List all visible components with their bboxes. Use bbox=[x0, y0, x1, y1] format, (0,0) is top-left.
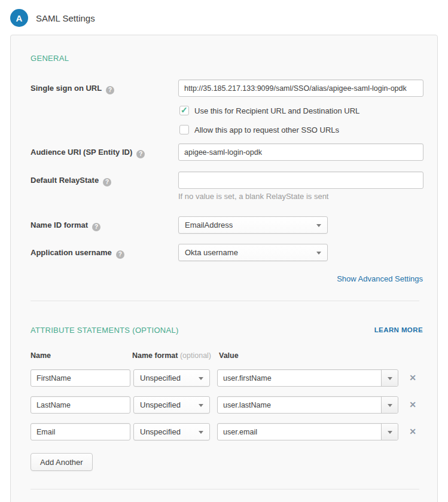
attr-value-combo bbox=[217, 369, 398, 387]
page-title: SAML Settings bbox=[36, 13, 95, 23]
add-another-button[interactable]: Add Another bbox=[31, 453, 93, 471]
bottom-divider bbox=[31, 489, 419, 489]
help-icon[interactable]: ? bbox=[106, 86, 114, 94]
saml-settings-panel: GENERAL Single sign on URL? Use this for… bbox=[10, 35, 438, 502]
relay-state-hint: If no value is set, a blank RelayState i… bbox=[178, 192, 328, 201]
learn-more-link[interactable]: LEARN MORE bbox=[374, 326, 423, 333]
caret-down-icon bbox=[199, 377, 203, 380]
relay-state-input[interactable] bbox=[178, 172, 423, 189]
remove-row-button[interactable]: ✕ bbox=[407, 372, 418, 383]
caret-down-icon bbox=[388, 404, 392, 407]
attr-value-combo bbox=[217, 396, 398, 414]
attr-value-input[interactable] bbox=[218, 397, 381, 413]
column-header-value: Value bbox=[219, 351, 239, 360]
attr-name-input[interactable] bbox=[31, 423, 130, 440]
attr-name-input[interactable] bbox=[31, 396, 130, 414]
combo-caret-button[interactable] bbox=[381, 424, 398, 440]
show-advanced-settings-link[interactable]: Show Advanced Settings bbox=[337, 274, 423, 283]
combo-caret-button[interactable] bbox=[381, 370, 398, 386]
remove-row-button[interactable]: ✕ bbox=[407, 399, 418, 410]
help-icon[interactable]: ? bbox=[92, 223, 100, 231]
help-icon[interactable]: ? bbox=[136, 150, 145, 158]
relay-state-label: Default RelayState? bbox=[31, 176, 111, 186]
recipient-url-checkbox-row[interactable]: Use this for Recipient URL and Destinati… bbox=[179, 106, 359, 115]
caret-down-icon bbox=[388, 431, 392, 434]
column-header-optional: (optional) bbox=[180, 351, 211, 360]
app-username-select[interactable]: Okta username bbox=[178, 244, 328, 261]
caret-down-icon bbox=[316, 252, 321, 255]
general-section-title: GENERAL bbox=[31, 54, 69, 63]
attr-format-select[interactable]: Unspecified bbox=[133, 369, 210, 387]
remove-row-button[interactable]: ✕ bbox=[407, 426, 418, 437]
checkbox-unchecked-icon[interactable] bbox=[179, 125, 189, 134]
help-icon[interactable]: ? bbox=[103, 178, 111, 186]
combo-caret-button[interactable] bbox=[381, 397, 398, 413]
attribute-statements-section-title: ATTRIBUTE STATEMENTS (OPTIONAL) bbox=[31, 326, 179, 335]
caret-down-icon bbox=[388, 377, 392, 380]
app-username-label: Application username? bbox=[31, 248, 124, 259]
caret-down-icon bbox=[199, 404, 203, 407]
column-header-name: Name bbox=[31, 351, 51, 360]
attr-format-select[interactable]: Unspecified bbox=[133, 396, 210, 414]
caret-down-icon bbox=[316, 224, 321, 227]
sso-url-input[interactable] bbox=[178, 79, 423, 97]
name-id-format-select[interactable]: EmailAddress bbox=[178, 216, 328, 234]
audience-uri-input[interactable] bbox=[178, 143, 423, 161]
attr-value-input[interactable] bbox=[218, 370, 381, 386]
attr-name-input[interactable] bbox=[31, 369, 130, 387]
caret-down-icon bbox=[199, 431, 203, 434]
sso-url-label: Single sign on URL? bbox=[31, 84, 114, 94]
other-sso-checkbox-row[interactable]: Allow this app to request other SSO URLs bbox=[179, 125, 339, 134]
name-id-format-label: Name ID format? bbox=[31, 221, 100, 231]
audience-uri-label: Audience URI (SP Entity ID)? bbox=[31, 148, 145, 158]
help-icon[interactable]: ? bbox=[116, 250, 124, 259]
other-sso-checkbox-label: Allow this app to request other SSO URLs bbox=[194, 126, 339, 134]
step-badge: A bbox=[10, 9, 28, 27]
attr-value-combo bbox=[217, 423, 398, 440]
checkbox-checked-icon[interactable] bbox=[179, 106, 189, 115]
recipient-url-checkbox-label: Use this for Recipient URL and Destinati… bbox=[194, 106, 359, 115]
attr-value-input[interactable] bbox=[218, 424, 381, 440]
attr-format-select[interactable]: Unspecified bbox=[133, 423, 210, 440]
section-divider bbox=[31, 301, 419, 301]
column-header-name-format: Name format (optional) bbox=[132, 351, 211, 360]
step-header: A SAML Settings bbox=[10, 9, 95, 27]
